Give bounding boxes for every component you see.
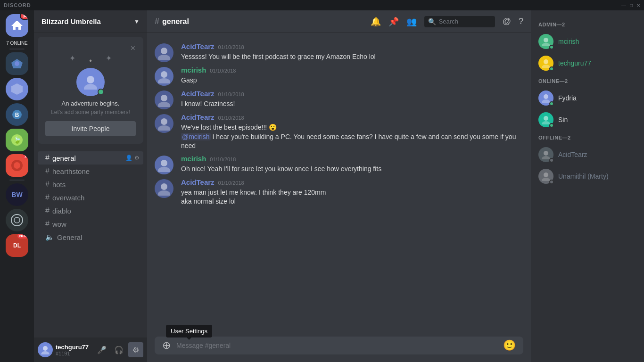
home-button[interactable]: 34 [6,14,28,37]
avatar-acidtearz-1 [155,43,173,62]
settings-icon[interactable]: ⚙ [134,155,140,161]
channel-item-wow[interactable]: # wow [38,217,143,230]
pin-icon[interactable]: 📌 [388,16,399,27]
server-icon-2[interactable] [6,78,28,100]
server-icon-6[interactable] [6,209,28,231]
avatar-mcirish-1 [155,67,173,86]
svg-point-34 [542,156,550,159]
message-content-2: mcirish 01/10/2018 Gasp [181,66,523,86]
message-header-3: AcidTearz 01/10/2018 [181,90,523,98]
message-timestamp-4: 01/10/2018 [218,115,244,121]
member-item-fydria[interactable]: Fydria [535,88,640,108]
svg-point-27 [544,59,548,64]
mention-mcirish[interactable]: @mcirish [181,133,211,140]
member-name-techguru77: techguru77 [558,59,591,67]
main-content: # general 🔔 📌 👥 🔍 @ ? [147,10,531,362]
server-header[interactable]: Blizzard Umbrella ▼ [34,10,147,33]
user-area: techguru77 #1191 🎤 🎧 ⚙ User Settings [34,337,147,362]
message-text-5: Oh nice! Yeah I'll for sure let you know… [181,165,523,174]
app: 34 7 ONLINE B 🍃 1 BW [0,10,644,362]
svg-point-19 [161,118,167,125]
server-icon-3[interactable]: B [6,103,28,126]
svg-point-15 [161,71,167,78]
message-group-1: AcidTearz 01/10/2018 Yesssss! You will b… [147,41,531,64]
member-section-header-admin: ADMIN—2 [535,18,640,29]
channel-item-overwatch[interactable]: # overwatch [38,191,143,204]
status-dot-sin [549,123,554,128]
message-input[interactable] [176,337,497,354]
channel-item-hots[interactable]: # hots [38,178,143,191]
member-item-acidtearz[interactable]: AcidTearz [535,144,640,165]
member-item-unamithil[interactable]: Unamithil (Marty) [535,166,640,187]
help-icon[interactable]: ? [519,16,523,26]
channel-item-voice-general[interactable]: 🔈 General [38,230,143,244]
search-box[interactable]: 🔍 [424,16,495,27]
titlebar: DISCORD — □ ✕ [0,0,644,10]
message-author-1[interactable]: AcidTearz [181,42,215,50]
svg-point-29 [544,94,548,99]
message-content-5: mcirish 01/10/2018 Oh nice! Yeah I'll fo… [181,155,523,174]
server-icon-bw[interactable]: BW [6,183,28,206]
bell-icon[interactable]: 🔔 [371,16,381,27]
message-group-3: AcidTearz 01/10/2018 I know! Craziness! [147,88,531,111]
svg-point-17 [161,95,167,101]
member-avatar-sin [538,112,553,127]
message-author-5[interactable]: mcirish [181,155,206,163]
popup-close-button[interactable]: ✕ [130,44,136,52]
messages-area: AcidTearz 01/10/2018 Yesssss! You will b… [147,33,531,337]
microphone-button[interactable]: 🎤 [94,342,109,357]
user-controls: 🎤 🎧 ⚙ [94,342,143,357]
member-item-mcirish[interactable]: mcirish [535,31,640,52]
message-group-4: AcidTearz 01/10/2018 We've lost the best… [147,111,531,153]
channel-item-diablo[interactable]: # diablo [38,204,143,217]
server-icon-1[interactable] [6,52,28,75]
server-icon-5[interactable]: 1 [6,154,28,177]
member-item-sin[interactable]: Sin [535,109,640,130]
minimize-button[interactable]: — [621,3,626,8]
member-item-techguru77[interactable]: techguru77 [535,53,640,74]
member-avatar-unamithil [538,169,553,184]
add-attachment-button[interactable]: ⊕ [162,339,171,352]
member-name-mcirish: mcirish [558,38,579,45]
headphones-button[interactable]: 🎧 [111,342,126,357]
svg-point-11 [43,346,48,351]
message-text-2: Gasp [181,76,523,85]
message-author-3[interactable]: AcidTearz [181,90,215,98]
svg-point-23 [161,183,167,190]
maximize-button[interactable]: □ [630,3,633,8]
channel-header: # general 🔔 📌 👥 🔍 @ ? [147,10,531,33]
channel-name-diablo: diablo [52,207,71,215]
at-icon[interactable]: @ [503,16,511,26]
avatar-mcirish-2 [155,156,173,174]
add-user-icon[interactable]: 👤 [125,155,132,161]
channel-actions-general: 👤 ⚙ [125,155,140,161]
message-author-2[interactable]: mcirish [181,66,206,74]
close-button[interactable]: ✕ [636,3,640,8]
status-dot-fydria [549,101,554,106]
server-separator-2 [9,180,25,181]
member-avatar-techguru77 [538,56,553,71]
svg-point-13 [161,48,167,54]
server-icon-dl[interactable]: DL NEW [6,234,28,257]
search-input[interactable] [439,18,491,25]
message-author-4[interactable]: AcidTearz [181,113,215,121]
member-name-fydria: Fydria [558,94,577,102]
invite-people-button[interactable]: Invite People [45,121,136,136]
member-name-acidtearz: AcidTearz [558,151,587,158]
message-header-5: mcirish 01/10/2018 [181,155,523,163]
svg-point-18 [158,102,170,107]
home-badge: 34 [20,14,28,20]
channel-hash-icon: # [155,16,159,26]
message-group-5: mcirish 01/10/2018 Oh nice! Yeah I'll fo… [147,153,531,176]
speaker-icon: 🔈 [45,233,54,241]
channel-item-hearthstone[interactable]: # hearthstone [38,165,143,178]
server-icon-4[interactable]: 🍃 [6,129,28,151]
dropdown-arrow-icon: ▼ [134,18,140,25]
svg-point-12 [41,351,50,354]
channel-item-general[interactable]: # general 👤 ⚙ [38,151,143,165]
settings-button[interactable]: ⚙ [128,342,143,357]
emoji-button[interactable]: 🙂 [503,339,516,352]
user-discriminator: #1191 [56,351,91,356]
members-icon[interactable]: 👥 [406,16,417,27]
message-author-6[interactable]: AcidTearz [181,178,215,186]
